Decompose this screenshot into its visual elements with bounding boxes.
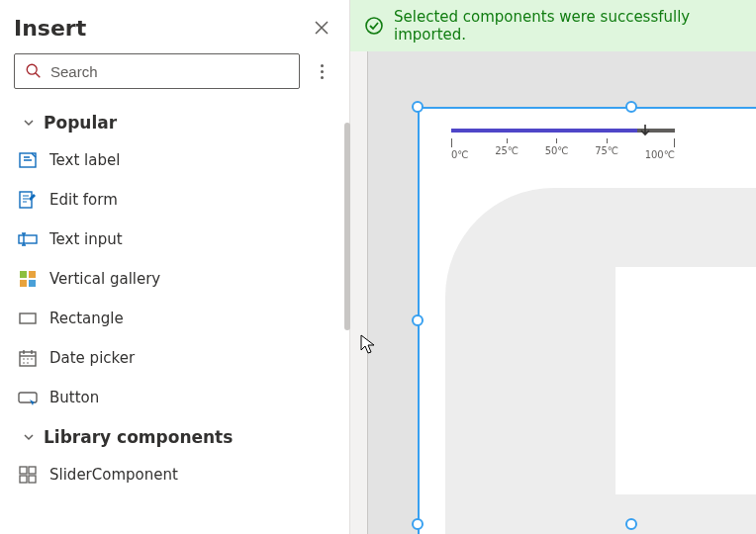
tick: 100℃ <box>645 138 675 160</box>
resize-handle-bl[interactable] <box>412 518 424 530</box>
item-label: Date picker <box>49 349 135 367</box>
edit-form-icon <box>18 190 38 210</box>
section-header-library[interactable]: Library components <box>0 417 349 455</box>
slider-fill <box>451 129 637 133</box>
text-input-icon <box>18 229 38 249</box>
search-icon <box>25 62 43 80</box>
arrow-down-icon <box>637 123 653 138</box>
list-item-vertical-gallery[interactable]: Vertical gallery <box>0 259 349 299</box>
cursor-icon <box>360 334 378 356</box>
canvas-ruler-edge <box>350 51 368 534</box>
vertical-gallery-icon <box>18 269 38 289</box>
chevron-down-icon <box>22 116 36 130</box>
panel-title: Insert <box>14 16 86 41</box>
inner-panel <box>615 267 756 494</box>
close-icon <box>314 20 330 36</box>
slider-ticks: 0℃ 25℃ 50℃ 75℃ 100℃ <box>451 138 675 160</box>
tick: 75℃ <box>595 138 618 160</box>
svg-point-12 <box>31 358 33 360</box>
button-icon <box>18 388 38 407</box>
svg-point-14 <box>27 362 29 364</box>
svg-rect-5 <box>29 271 36 278</box>
item-label: Rectangle <box>49 310 124 327</box>
svg-rect-8 <box>20 313 36 323</box>
search-row <box>0 53 349 99</box>
list-item-rectangle[interactable]: Rectangle <box>0 299 349 338</box>
section-title: Library components <box>44 427 233 447</box>
chevron-down-icon <box>22 430 36 444</box>
list-item-button[interactable]: Button <box>0 378 349 417</box>
date-picker-icon <box>18 348 38 368</box>
tick: 0℃ <box>451 138 469 160</box>
panel-list[interactable]: Popular Text label Edit form Text input <box>0 99 349 534</box>
svg-rect-15 <box>19 393 37 402</box>
list-item-slider-component[interactable]: SliderComponent <box>0 455 349 494</box>
toast-message: Selected components were successfully im… <box>394 8 742 44</box>
list-item-text-input[interactable]: Text input <box>0 220 349 259</box>
item-label: Button <box>49 389 99 406</box>
canvas-viewport[interactable]: 0℃ 25℃ 50℃ 75℃ 100℃ <box>350 51 756 534</box>
tick: 50℃ <box>545 138 569 160</box>
more-options-button[interactable] <box>308 57 335 85</box>
list-item-text-label[interactable]: Text label <box>0 140 349 180</box>
panel-header: Insert <box>0 10 349 53</box>
search-input[interactable] <box>50 63 289 80</box>
resize-handle-ml[interactable] <box>412 314 424 326</box>
svg-point-10 <box>23 358 25 360</box>
rectangle-icon <box>18 309 38 328</box>
component-icon <box>18 465 38 485</box>
success-toast: Selected components were successfully im… <box>350 0 756 51</box>
svg-rect-18 <box>20 476 27 483</box>
item-label: SliderComponent <box>49 466 178 484</box>
canvas-area: Selected components were successfully im… <box>350 0 756 534</box>
svg-point-20 <box>366 18 382 34</box>
svg-rect-3 <box>19 235 37 243</box>
list-item-date-picker[interactable]: Date picker <box>0 338 349 378</box>
resize-handle-tm[interactable] <box>625 101 637 113</box>
svg-rect-4 <box>20 271 27 278</box>
section-title: Popular <box>44 113 117 133</box>
success-icon <box>364 16 384 36</box>
selected-screen[interactable]: 0℃ 25℃ 50℃ 75℃ 100℃ <box>418 107 756 534</box>
text-label-icon <box>18 150 38 170</box>
svg-point-11 <box>27 358 29 360</box>
tick: 25℃ <box>495 138 519 160</box>
resize-handle-tl[interactable] <box>412 101 424 113</box>
svg-rect-17 <box>29 467 36 474</box>
insert-panel: Insert Popular Text label <box>0 0 350 534</box>
more-icon <box>321 64 324 67</box>
item-label: Vertical gallery <box>49 270 160 288</box>
resize-handle-bm[interactable] <box>625 518 637 530</box>
svg-rect-6 <box>20 280 27 287</box>
search-box[interactable] <box>14 53 300 89</box>
slider-component[interactable]: 0℃ 25℃ 50℃ 75℃ 100℃ <box>451 129 675 160</box>
section-header-popular[interactable]: Popular <box>0 103 349 140</box>
close-button[interactable] <box>308 14 335 42</box>
item-label: Text label <box>49 151 120 169</box>
svg-rect-16 <box>20 467 27 474</box>
slider-track[interactable] <box>451 129 675 133</box>
item-label: Edit form <box>49 191 118 209</box>
list-item-edit-form[interactable]: Edit form <box>0 180 349 220</box>
svg-rect-19 <box>29 476 36 483</box>
item-label: Text input <box>49 230 123 248</box>
slider-thumb[interactable] <box>637 123 649 136</box>
svg-point-13 <box>23 362 25 364</box>
svg-rect-7 <box>29 280 36 287</box>
svg-point-0 <box>27 64 37 74</box>
